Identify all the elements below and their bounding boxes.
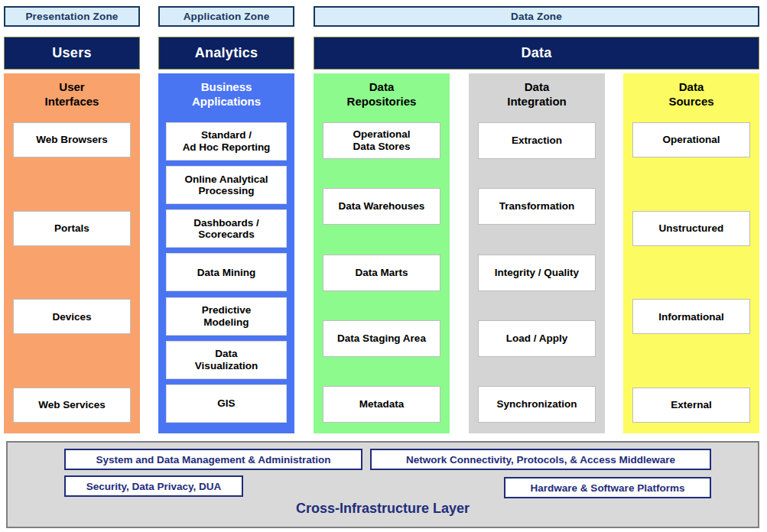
column-business-applications: Business Applications Standard / Ad Hoc … bbox=[158, 73, 294, 433]
column-data-repositories: Data Repositories Operational Data Store… bbox=[314, 73, 450, 433]
bi-architecture-diagram: Presentation Zone Application Zone Data … bbox=[0, 0, 767, 532]
diagram-box-devices: Devices bbox=[13, 299, 131, 334]
column-data-sources: Data Sources Operational Unstructured In… bbox=[623, 73, 759, 433]
diagram-box-online-analytical-processing: Online Analytical Processing bbox=[166, 166, 287, 204]
diagram-box-web-browsers: Web Browsers bbox=[13, 122, 131, 157]
zone-header-data: Data Zone bbox=[314, 6, 759, 27]
column-header: User Interfaces bbox=[4, 73, 140, 122]
diagram-box-dashboards-scorecards: Dashboards / Scorecards bbox=[166, 209, 287, 248]
band-header-analytics: Analytics bbox=[158, 37, 294, 70]
diagram-box-gis: GIS bbox=[166, 384, 287, 423]
diagram-box-external: External bbox=[632, 388, 750, 423]
diagram-box-transformation: Transformation bbox=[478, 188, 596, 225]
diagram-box-portals: Portals bbox=[13, 211, 131, 246]
diagram-box-operational: Operational bbox=[632, 122, 750, 157]
column-user-interfaces: User Interfaces Web Browsers Portals Dev… bbox=[4, 73, 140, 433]
diagram-box-synchronization: Synchronization bbox=[478, 386, 596, 423]
diagram-box-data-mining: Data Mining bbox=[166, 253, 287, 291]
diagram-box-operational-data-stores: Operational Data Stores bbox=[323, 122, 440, 159]
diagram-box-metadata: Metadata bbox=[323, 386, 440, 423]
infra-box-security-privacy-dua: Security, Data Privacy, DUA bbox=[64, 475, 243, 497]
infra-box-hardware-software-platforms: Hardware & Software Platforms bbox=[504, 477, 711, 498]
infra-box-system-data-management: System and Data Management & Administrat… bbox=[64, 449, 362, 470]
diagram-box-standard-adhoc-reporting: Standard / Ad Hoc Reporting bbox=[166, 122, 287, 161]
zone-header-presentation: Presentation Zone bbox=[4, 6, 140, 27]
diagram-box-integrity-quality: Integrity / Quality bbox=[478, 255, 596, 291]
column-data-integration: Data Integration Extraction Transformati… bbox=[469, 73, 605, 433]
column-header: Data Sources bbox=[623, 73, 759, 122]
column-header: Data Integration bbox=[469, 73, 605, 122]
diagram-box-data-marts: Data Marts bbox=[323, 255, 440, 291]
diagram-box-data-warehouses: Data Warehouses bbox=[323, 188, 440, 225]
column-box-list: Operational Data Stores Data Warehouses … bbox=[314, 122, 450, 433]
column-box-list: Web Browsers Portals Devices Web Service… bbox=[4, 122, 140, 433]
column-box-list: Extraction Transformation Integrity / Qu… bbox=[469, 122, 605, 433]
band-header-data: Data bbox=[314, 37, 759, 70]
column-header: Data Repositories bbox=[314, 73, 450, 122]
cross-infrastructure-title: Cross-Infrastructure Layer bbox=[8, 501, 758, 517]
diagram-box-load-apply: Load / Apply bbox=[478, 320, 596, 357]
diagram-box-extraction: Extraction bbox=[478, 122, 596, 159]
diagram-box-data-staging-area: Data Staging Area bbox=[323, 320, 440, 357]
diagram-box-data-visualization: Data Visualization bbox=[166, 341, 287, 379]
band-header-users: Users bbox=[4, 37, 140, 70]
column-box-list: Standard / Ad Hoc Reporting Online Analy… bbox=[158, 122, 294, 433]
infra-box-network-connectivity: Network Connectivity, Protocols, & Acces… bbox=[370, 449, 711, 470]
diagram-box-informational: Informational bbox=[632, 299, 750, 334]
diagram-box-predictive-modeling: Predictive Modeling bbox=[166, 297, 287, 336]
zone-header-application: Application Zone bbox=[158, 6, 294, 27]
diagram-box-web-services: Web Services bbox=[13, 388, 131, 423]
diagram-box-unstructured: Unstructured bbox=[632, 211, 750, 246]
cross-infrastructure-band: System and Data Management & Administrat… bbox=[6, 441, 759, 528]
column-box-list: Operational Unstructured Informational E… bbox=[623, 122, 759, 433]
column-header: Business Applications bbox=[158, 73, 294, 122]
